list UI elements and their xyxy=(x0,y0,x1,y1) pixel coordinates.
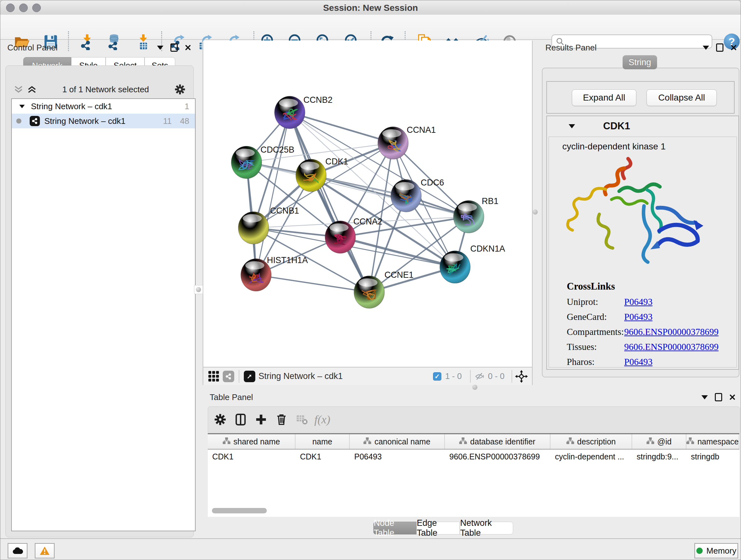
center-view-crosshair-icon[interactable] xyxy=(515,370,528,383)
detach-view-icon[interactable] xyxy=(244,371,255,382)
panel-float-icon[interactable] xyxy=(715,393,722,401)
network-overview-icon[interactable] xyxy=(223,371,234,382)
control-panel: Control Panel NetworkStyleSelectSets 1 o… xyxy=(3,41,196,537)
network-node-ccne1[interactable]: CCNE1 xyxy=(354,270,414,308)
column-header-canonical-name[interactable]: canonical name xyxy=(350,434,445,449)
column-header--id[interactable]: @id xyxy=(632,434,686,449)
table-header-row: shared namenamecanonical namedatabase id… xyxy=(208,434,739,449)
title-bar: Session: New Session xyxy=(0,0,741,15)
delete-columns-trash-icon[interactable] xyxy=(271,411,292,428)
panel-float-icon[interactable] xyxy=(171,44,178,52)
network-node-count: 11 xyxy=(163,116,172,126)
network-node-cdk1[interactable]: CDK1 xyxy=(296,157,348,192)
expand-all-button[interactable]: Expand All xyxy=(572,89,636,106)
table-cell[interactable]: stringdb xyxy=(686,449,739,463)
table-cell[interactable]: P06493 xyxy=(350,449,445,463)
collapse-all-chevrons-icon[interactable] xyxy=(13,85,23,94)
network-view-toolbar: String Network – cdk1 ✓ 1 - 0 0 - 0 xyxy=(203,367,533,385)
network-type-icon xyxy=(30,116,40,126)
node-label: CDKN1A xyxy=(470,244,505,253)
cloud-icon xyxy=(12,547,23,555)
table-cell[interactable]: cyclin-dependent ... xyxy=(550,449,632,463)
tab-string[interactable]: String xyxy=(623,55,657,69)
column-header-description[interactable]: description xyxy=(550,434,632,449)
crosslink-label: Compartments: xyxy=(567,327,624,337)
crosslink-link[interactable]: 9606.ENSP00000378699 xyxy=(624,327,719,337)
crosslink-link[interactable]: P06493 xyxy=(624,297,653,307)
selected-checkbox-icon[interactable]: ✓ xyxy=(433,372,441,381)
network-graph[interactable]: CCNB2CCNA1CDC25BCDK1CDC6RB1CCNB1CCNA2CDK… xyxy=(203,41,532,366)
tab-edge-table[interactable]: Edge Table xyxy=(416,522,460,535)
table-cell[interactable]: CDK1 xyxy=(295,449,350,463)
node-result-section: CDK1 cyclin-dependent kinase 1 xyxy=(546,116,739,370)
column-type-icon xyxy=(566,437,574,446)
network-selected-count: 1 of 1 Network selected xyxy=(37,84,174,95)
crosslink-link[interactable]: P06493 xyxy=(624,312,653,322)
bottom-splitter-handle[interactable] xyxy=(472,385,477,390)
crosslink-link[interactable]: P06493 xyxy=(624,357,653,367)
panel-close-icon[interactable] xyxy=(731,44,737,51)
table-tabs: Node TableEdge TableNetwork Table xyxy=(374,522,513,535)
warnings-button[interactable] xyxy=(35,543,55,558)
network-row-selected[interactable]: String Network – cdk1 11 48 xyxy=(12,114,195,128)
network-node-ccnb1[interactable]: CCNB1 xyxy=(239,206,299,244)
network-view-title: String Network – cdk1 xyxy=(259,371,343,381)
network-collection-row[interactable]: String Network – cdk1 1 xyxy=(12,99,195,114)
column-header-name[interactable]: name xyxy=(295,434,350,449)
network-node-cdkn1a[interactable]: CDKN1A xyxy=(440,244,505,283)
show-columns-icon[interactable] xyxy=(230,411,251,428)
panel-menu-icon[interactable] xyxy=(157,46,163,50)
table-row[interactable]: CDK1CDK1P064939606.ENSP00000378699cyclin… xyxy=(208,449,739,463)
cloud-button[interactable] xyxy=(8,543,27,558)
column-header-shared-name[interactable]: shared name xyxy=(208,434,295,449)
network-node-ccna2[interactable]: CCNA2 xyxy=(325,217,383,253)
table-cell[interactable]: CDK1 xyxy=(208,449,295,463)
collection-count: 1 xyxy=(185,102,189,111)
tab-node-table[interactable]: Node Table xyxy=(374,522,416,535)
network-node-ccna1[interactable]: CCNA1 xyxy=(378,125,436,159)
panel-float-icon[interactable] xyxy=(716,44,724,52)
birds-eye-view-icon[interactable] xyxy=(208,371,219,381)
table-cell[interactable]: stringdb:9... xyxy=(632,449,686,463)
table-cell[interactable]: 9606.ENSP00000378699 xyxy=(445,449,550,463)
collection-expander-icon[interactable] xyxy=(19,105,25,108)
create-column-plus-icon[interactable] xyxy=(251,411,271,428)
network-node-cdc6[interactable]: CDC6 xyxy=(391,178,444,212)
node-label: CCNE1 xyxy=(385,270,414,280)
network-edge[interactable] xyxy=(290,112,393,143)
collapse-all-button[interactable]: Collapse All xyxy=(647,89,717,106)
crosslink-row: Compartments:9606.ENSP00000378699 xyxy=(567,327,737,337)
panel-menu-icon[interactable] xyxy=(703,46,709,50)
network-canvas[interactable]: CCNB2CCNA1CDC25BCDK1CDC6RB1CCNB1CCNA2CDK… xyxy=(203,41,533,367)
network-node-cdc25b[interactable]: CDC25B xyxy=(231,145,294,179)
network-selector-row: 1 of 1 Network selected xyxy=(9,82,190,97)
column-header-namespace[interactable]: namespace xyxy=(686,434,739,449)
hidden-eye-icon xyxy=(474,372,485,381)
panel-close-icon[interactable] xyxy=(729,394,736,400)
crosslink-link[interactable]: 9606.ENSP00000378699 xyxy=(624,341,719,352)
network-node-hist1h1a[interactable]: HIST1H1A xyxy=(241,255,308,291)
network-edge[interactable] xyxy=(256,112,290,275)
panel-menu-icon[interactable] xyxy=(701,395,708,399)
left-splitter-handle[interactable] xyxy=(194,285,203,294)
column-type-icon xyxy=(363,437,371,446)
network-node-rb1[interactable]: RB1 xyxy=(454,196,498,233)
tab-network-table[interactable]: Network Table xyxy=(460,522,513,535)
collection-label: String Network – cdk1 xyxy=(31,102,185,111)
network-edge[interactable] xyxy=(256,275,369,292)
column-header-database-identifier[interactable]: database identifier xyxy=(445,434,550,449)
panel-close-icon[interactable] xyxy=(185,44,191,51)
network-node-ccnb2[interactable]: CCNB2 xyxy=(274,95,333,129)
memory-button[interactable]: Memory xyxy=(694,543,738,558)
crosslink-label: Pharos: xyxy=(567,357,624,367)
table-horizontal-scrollbar[interactable] xyxy=(212,508,267,513)
gear-icon[interactable] xyxy=(174,84,186,95)
memory-status-dot xyxy=(696,548,703,554)
section-expander-icon[interactable] xyxy=(569,124,575,128)
node-section-header[interactable]: CDK1 xyxy=(547,116,738,136)
expand-all-chevrons-icon[interactable] xyxy=(27,85,37,94)
network-edge[interactable] xyxy=(311,175,469,216)
table-settings-gear-icon[interactable] xyxy=(210,411,230,428)
right-splitter-handle[interactable] xyxy=(533,209,538,214)
network-edge[interactable] xyxy=(290,112,369,292)
